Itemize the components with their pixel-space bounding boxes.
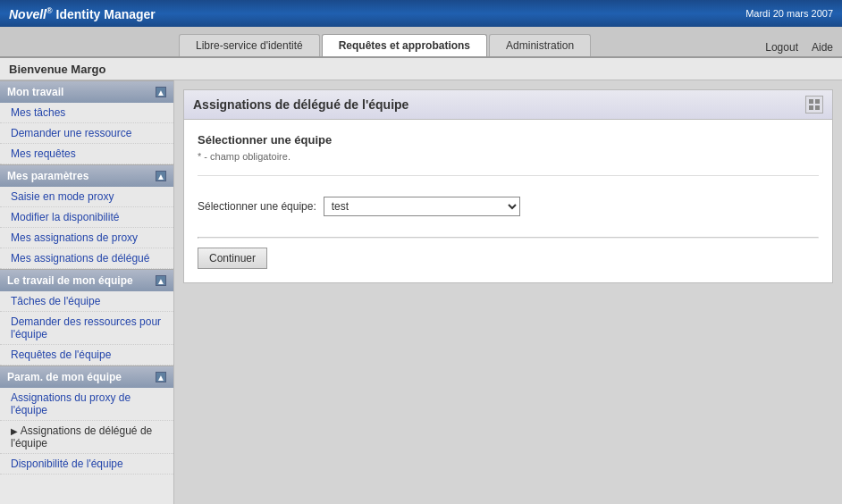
header-date: Mardi 20 mars 2007	[745, 8, 833, 19]
aide-link[interactable]: Aide	[812, 41, 833, 54]
sidebar-section-param-equipe-label: Param. de mon équipe	[7, 371, 122, 383]
sidebar-item-demander-ressources-equipe[interactable]: Demander des ressources pour l'équipe	[0, 312, 173, 345]
sidebar-section-mon-travail[interactable]: Mon travail ▲	[0, 80, 173, 103]
form-divider	[198, 237, 819, 239]
content-panel: Assignations de délégué de l'équipe Séle…	[183, 89, 833, 283]
logo-product: Identity Manager	[56, 6, 156, 21]
welcome-text: Bienvenue Margo	[9, 63, 105, 76]
panel-title: Assignations de délégué de l'équipe	[193, 97, 408, 112]
sidebar-item-taches-equipe[interactable]: Tâches de l'équipe	[0, 291, 173, 312]
sidebar-section-mon-travail-label: Mon travail	[7, 86, 63, 98]
svg-rect-2	[809, 105, 813, 110]
sidebar-section-param-equipe[interactable]: Param. de mon équipe ▲	[0, 365, 173, 388]
select-equipe-dropdown[interactable]: test	[324, 197, 520, 216]
sidebar-item-saisie-proxy[interactable]: Saisie en mode proxy	[0, 187, 173, 207]
sidebar-item-demander-ressource[interactable]: Demander une ressource	[0, 123, 173, 144]
collapse-mon-travail-icon[interactable]: ▲	[156, 87, 166, 97]
sidebar-section-mes-parametres[interactable]: Mes paramètres ▲	[0, 164, 173, 187]
app-logo: Novell® Identity Manager	[9, 6, 156, 21]
grid-icon	[808, 98, 821, 111]
collapse-travail-equipe-icon[interactable]: ▲	[156, 275, 166, 286]
logo-novell: Novell	[9, 6, 46, 21]
app-header: Novell® Identity Manager Mardi 20 mars 2…	[0, 0, 842, 27]
continue-button[interactable]: Continuer	[198, 248, 267, 269]
sidebar-item-requetes-equipe[interactable]: Requêtes de l'équipe	[0, 345, 173, 365]
collapse-param-equipe-icon[interactable]: ▲	[156, 372, 166, 382]
welcome-bar: Bienvenue Margo	[0, 58, 842, 80]
collapse-mes-parametres-icon[interactable]: ▲	[156, 171, 166, 181]
svg-rect-0	[809, 99, 813, 104]
sidebar-item-mes-requetes[interactable]: Mes requêtes	[0, 144, 173, 164]
sidebar-section-mes-parametres-label: Mes paramètres	[7, 170, 88, 182]
main-layout: Mon travail ▲ Mes tâches Demander une re…	[0, 80, 842, 504]
svg-rect-3	[815, 105, 820, 110]
panel-header: Assignations de délégué de l'équipe	[184, 90, 832, 120]
section-subtitle: Sélectionner une équipe	[198, 133, 819, 147]
tab-administration[interactable]: Administration	[489, 34, 591, 56]
required-note: * - champ obligatoire.	[198, 151, 819, 162]
logout-link[interactable]: Logout	[765, 41, 798, 54]
sidebar-item-modifier-dispo[interactable]: Modifier la disponibilité	[0, 207, 173, 228]
nav-tabs-row: Libre-service d'identité Requêtes et app…	[0, 27, 842, 58]
nav-links: Logout Aide	[765, 41, 842, 56]
content-area: Assignations de délégué de l'équipe Séle…	[174, 80, 842, 504]
sidebar-item-mes-assignations-proxy[interactable]: Mes assignations de proxy	[0, 228, 173, 248]
sidebar-section-travail-equipe-label: Le travail de mon équipe	[7, 274, 133, 287]
form-row-select-equipe: Sélectionner une équipe: test	[198, 189, 819, 223]
sidebar: Mon travail ▲ Mes tâches Demander une re…	[0, 80, 174, 504]
tab-libre-service[interactable]: Libre-service d'identité	[179, 34, 320, 56]
sidebar-item-mes-taches[interactable]: Mes tâches	[0, 103, 173, 123]
sidebar-item-mes-assignations-delegue[interactable]: Mes assignations de délégué	[0, 248, 173, 269]
divider	[198, 175, 819, 176]
select-equipe-label: Sélectionner une équipe:	[198, 200, 316, 213]
sidebar-item-dispo-equipe[interactable]: Disponibilité de l'équipe	[0, 454, 173, 475]
panel-body: Sélectionner une équipe * - champ obliga…	[184, 120, 832, 282]
sidebar-item-assignations-delegue-equipe[interactable]: Assignations de délégué de l'équipe	[0, 421, 173, 454]
sidebar-section-travail-equipe[interactable]: Le travail de mon équipe ▲	[0, 269, 173, 291]
svg-rect-1	[815, 99, 820, 104]
logo-registered: ®	[46, 6, 53, 15]
tab-requetes[interactable]: Requêtes et approbations	[322, 34, 487, 56]
panel-options-icon[interactable]	[805, 96, 823, 113]
sidebar-item-assignations-proxy-equipe[interactable]: Assignations du proxy de l'équipe	[0, 388, 173, 421]
